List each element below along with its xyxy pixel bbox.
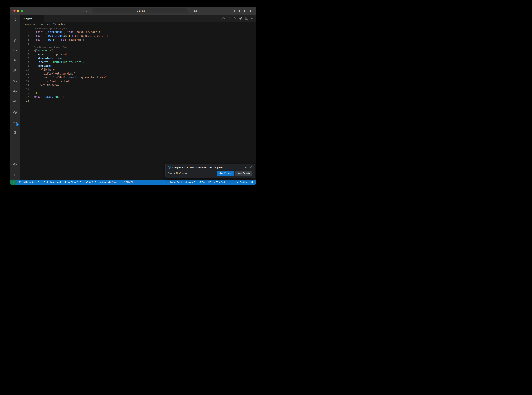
notification-title: CI Pipeline Execution for #add-hero has … — [172, 166, 243, 169]
zoom-window-button[interactable] — [21, 10, 23, 12]
code-line[interactable]: 4 — [20, 42, 256, 46]
search-icon[interactable] — [12, 27, 18, 33]
errors-count: 0 — [89, 181, 91, 183]
close-icon[interactable] — [250, 166, 252, 169]
breadcrumb-demo[interactable]: demo — [32, 23, 37, 25]
indentation-status[interactable]: Spaces: 2 — [184, 180, 197, 185]
copilot-menu[interactable] — [193, 9, 199, 13]
breadcrumb: apps › demo › src › app › TS app.ts › … — [20, 22, 256, 27]
explorer-icon[interactable] — [12, 17, 18, 22]
open-changes-previous-icon[interactable] — [222, 17, 225, 20]
problems-status[interactable]: 0 0 — [85, 180, 97, 185]
customize-layout-icon[interactable] — [232, 9, 235, 12]
open-changes-next-icon[interactable] — [233, 17, 236, 20]
minimize-window-button[interactable] — [17, 10, 19, 12]
chevron-right-icon: › — [38, 23, 39, 26]
edge-browser-icon[interactable] — [12, 109, 18, 115]
panel-bottom-icon[interactable] — [244, 9, 247, 12]
auto-attach-status[interactable]: Auto Attach: Always — [98, 180, 120, 185]
code-line[interactable]: 2import { RouterOutlet } from '@angular/… — [20, 34, 256, 38]
split-editor-icon[interactable] — [245, 17, 248, 20]
code-line[interactable]: 5@Component({ — [20, 49, 256, 52]
typescript-file-icon: TS — [22, 17, 25, 19]
copilot-icon — [230, 181, 233, 184]
language-mode-status[interactable]: {} TypeScript — [213, 180, 228, 185]
open-changes-icon[interactable] — [228, 17, 231, 20]
gitlens-inspect-icon[interactable] — [12, 99, 18, 104]
account-icon[interactable] — [12, 161, 18, 167]
code-line[interactable]: 11 title="Welcmoe demo" — [20, 72, 256, 76]
code-lines: You, 26 minutes ago | 1 author (You)1imp… — [20, 27, 256, 103]
code-line[interactable]: 13 cta="Get Started" — [20, 79, 256, 83]
view-commit-button[interactable]: View Commit — [217, 171, 234, 176]
back-arrow[interactable]: ← — [78, 9, 81, 13]
code-line[interactable]: 15 `, — [20, 87, 256, 91]
view-results-button[interactable]: View Results — [235, 171, 252, 176]
panel-left-icon[interactable] — [238, 9, 241, 12]
search-value: acme — [139, 10, 145, 12]
chevron-right-icon: › — [51, 23, 52, 26]
tab-app-ts[interactable]: TS app.ts × — [20, 15, 44, 22]
warnings-icon — [91, 181, 94, 183]
remote-indicator[interactable] — [10, 180, 17, 185]
breadcrumb-apps[interactable]: apps — [24, 23, 29, 25]
nx-cloud-fix-status[interactable]: Nx Cloud AI Fix — [63, 180, 84, 185]
launchpad-status[interactable]: Launchpad — [42, 180, 62, 185]
containers-icon[interactable] — [12, 130, 18, 135]
encoding-status[interactable]: UTF-8 — [197, 180, 206, 185]
prettier-status[interactable]: Prettier — [235, 180, 248, 185]
project-structure-icon[interactable] — [12, 78, 18, 84]
code-line[interactable]: 18 — [20, 99, 256, 103]
status-bar: add-hero Launchpad Nx Cloud AI Fix 0 0 — [10, 180, 256, 185]
code-line[interactable]: 10 <lib-hero — [20, 68, 256, 72]
eol-status[interactable]: LF — [207, 180, 212, 185]
breadcrumb-src[interactable]: src — [40, 23, 43, 25]
blame-annotation: You, 26 minutes ago | 1 author (You) — [20, 27, 256, 30]
code-line[interactable]: 12 subtitle="Build something amazing tod… — [20, 76, 256, 79]
code-editor[interactable]: You, 26 minutes ago | 1 author (You)1imp… — [20, 27, 256, 180]
window-controls — [13, 7, 23, 15]
panel-right-icon[interactable] — [250, 9, 253, 12]
code-line[interactable]: 1import { Component } from '@angular/cor… — [20, 30, 256, 34]
gitlens-icon[interactable] — [12, 89, 18, 94]
tab-label: app.ts — [26, 17, 40, 20]
cursor-position-status[interactable]: Ln 18, Col 1 — [169, 180, 183, 185]
compare-changes-status[interactable] — [36, 180, 41, 185]
code-line[interactable]: 7 standalone: true, — [20, 56, 256, 60]
notifications-bell[interactable] — [249, 180, 254, 185]
notification-toast: i CI Pipeline Execution for #add-hero ha… — [165, 164, 255, 178]
bell-icon — [250, 181, 253, 184]
forward-arrow[interactable]: → — [84, 9, 88, 13]
chevron-right-icon: › — [45, 23, 45, 26]
copilot-status[interactable] — [229, 180, 234, 185]
close-tab-icon[interactable]: × — [41, 17, 43, 20]
breadcrumb-app[interactable]: app — [47, 23, 50, 25]
more-actions-icon[interactable] — [251, 17, 254, 20]
warnings-count: 0 — [95, 181, 96, 183]
vim-mode-status[interactable]: -- NORMAL -- — [121, 180, 137, 185]
git-branch-status[interactable]: add-hero — [17, 180, 35, 185]
run-debug-icon[interactable] — [12, 48, 18, 53]
code-line[interactable]: 17export class App {} — [20, 95, 256, 99]
vscode-window: ← → acme — [10, 7, 256, 185]
code-line[interactable]: 3import { Hero } from '@acme/ui'; — [20, 38, 256, 42]
copilot-icon — [193, 9, 197, 13]
code-line[interactable]: 9 template: ` — [20, 64, 256, 68]
command-center-search[interactable]: acme — [92, 8, 188, 13]
commit-graph-icon[interactable] — [239, 17, 242, 20]
nx-console-icon[interactable]: N> 2 — [12, 120, 18, 125]
breadcrumb-file[interactable]: app.ts — [57, 23, 63, 25]
testing-icon[interactable] — [12, 58, 18, 63]
breadcrumb-more[interactable]: … — [66, 23, 68, 25]
notification-settings-gear-icon[interactable] — [245, 166, 247, 169]
code-line[interactable]: 16}) — [20, 91, 256, 95]
double-check-icon — [236, 181, 239, 184]
close-window-button[interactable] — [13, 10, 16, 12]
code-line[interactable]: 6 selector: 'app-root', — [20, 52, 256, 56]
code-line[interactable]: 8 imports: [RouterOutlet, Hero], — [20, 60, 256, 64]
source-control-icon[interactable] — [12, 37, 18, 43]
extensions-icon[interactable] — [12, 68, 18, 74]
notification-source: Source: Nx Console — [168, 172, 217, 175]
code-line[interactable]: 14 ></lib-hero> — [20, 83, 256, 87]
settings-gear-icon[interactable] — [12, 172, 18, 177]
